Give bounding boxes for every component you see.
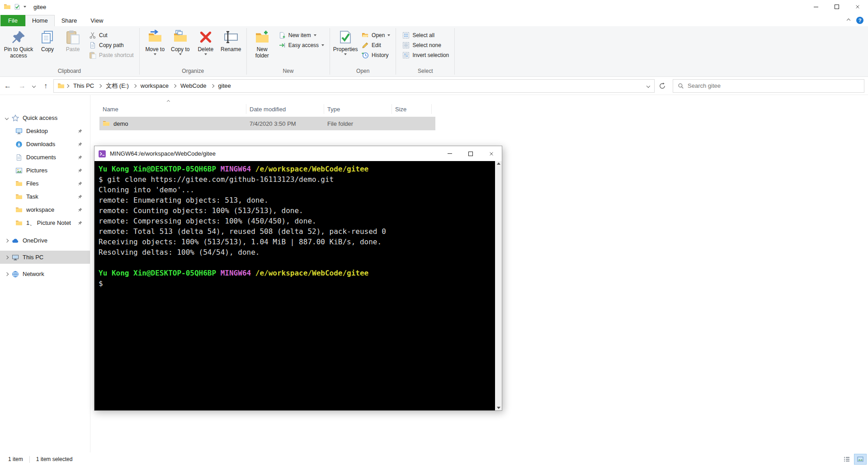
tab-file[interactable]: File <box>0 15 25 26</box>
select-all-button[interactable]: Select all <box>400 30 452 40</box>
copy-button[interactable]: Copy <box>35 28 60 52</box>
sidebar-item-desktop[interactable]: Desktop <box>0 124 90 138</box>
rename-icon <box>224 30 238 44</box>
column-header-type[interactable]: Type <box>324 104 392 114</box>
breadcrumb-gitee[interactable]: gitee <box>215 82 234 89</box>
selection-count: 1 item selected <box>36 456 73 462</box>
git-bash-window[interactable]: MINGW64:/e/workspace/WebCode/gitee Yu Ko… <box>94 146 502 411</box>
ribbon-separator <box>246 28 247 75</box>
sidebar-item-documents[interactable]: Documents <box>0 151 90 164</box>
sidebar-item-workspace[interactable]: workspace <box>0 203 90 216</box>
breadcrumb-drive-e[interactable]: 文档 (E:) <box>103 82 132 90</box>
expander-icon[interactable] <box>5 255 9 259</box>
new-folder-button[interactable]: New folder <box>250 28 275 59</box>
new-item-button[interactable]: New item <box>276 30 327 40</box>
address-toolbar: ← → ↑ This PC 文档 (E:) workspace WebCode … <box>0 77 868 95</box>
address-bar[interactable]: This PC 文档 (E:) workspace WebCode gitee <box>53 79 655 93</box>
paste-shortcut-button[interactable]: Paste shortcut <box>86 50 137 60</box>
back-button[interactable]: ← <box>1 79 14 93</box>
sidebar-item-files[interactable]: Files <box>0 177 90 190</box>
select-none-button[interactable]: Select none <box>400 40 452 50</box>
file-row-demo[interactable]: demo 7/4/2020 3:50 PM File folder <box>99 117 435 130</box>
dropdown-arrow-icon <box>179 53 182 55</box>
history-button[interactable]: History <box>359 50 393 60</box>
close-button[interactable] <box>847 0 868 14</box>
terminal-output[interactable]: Yu Kong Xin@DESKTOP-05QH6BP MINGW64 /e/w… <box>94 161 495 410</box>
ribbon-group-select: Select all Select none Invert selection … <box>396 26 454 76</box>
edit-pencil-icon <box>362 42 369 49</box>
dropdown-arrow-icon <box>314 34 316 36</box>
tab-share[interactable]: Share <box>55 15 84 26</box>
expander-icon[interactable] <box>5 238 9 242</box>
minimize-button[interactable] <box>806 0 826 14</box>
sidebar-item-task[interactable]: Task <box>0 190 90 203</box>
pin-icon <box>11 30 26 44</box>
delete-button[interactable]: Delete <box>193 28 218 55</box>
breadcrumb-this-pc[interactable]: This PC <box>70 82 97 89</box>
pin-icon <box>77 155 83 160</box>
terminal-close-button[interactable] <box>481 146 502 161</box>
sort-ascending-icon <box>167 100 170 103</box>
terminal-maximize-button[interactable] <box>460 146 481 161</box>
breadcrumb-workspace[interactable]: workspace <box>137 82 172 89</box>
ribbon-separator <box>139 28 140 75</box>
recent-locations-dropdown-icon[interactable] <box>30 79 38 93</box>
column-header-size[interactable]: Size <box>392 104 432 114</box>
sidebar-item-this-pc[interactable]: This PC <box>0 251 90 264</box>
invert-selection-button[interactable]: Invert selection <box>400 50 452 60</box>
copy-to-button[interactable]: Copy to <box>168 28 193 55</box>
refresh-button[interactable] <box>656 79 669 93</box>
column-header-name[interactable]: Name <box>99 104 246 114</box>
downloads-icon <box>15 141 23 148</box>
scissors-icon <box>89 32 96 39</box>
forward-button[interactable]: → <box>15 79 29 93</box>
column-header-date-modified[interactable]: Date modified <box>246 104 324 114</box>
git-bash-icon <box>98 150 106 158</box>
quick-access-toolbar-dropdown-icon[interactable] <box>24 6 26 8</box>
sidebar-item-network[interactable]: Network <box>0 267 90 281</box>
folder-icon <box>15 219 23 227</box>
open-button[interactable]: Open <box>359 30 393 40</box>
minimize-icon <box>814 7 818 7</box>
edit-button[interactable]: Edit <box>359 40 393 50</box>
cut-button[interactable]: Cut <box>86 30 137 40</box>
sidebar-item-pictures[interactable]: Pictures <box>0 164 90 177</box>
quick-toolbar-properties-icon[interactable] <box>14 4 20 10</box>
maximize-icon <box>468 152 473 156</box>
sidebar-item-downloads[interactable]: Downloads <box>0 138 90 151</box>
terminal-titlebar[interactable]: MINGW64:/e/workspace/WebCode/gitee <box>94 146 502 161</box>
scroll-down-icon[interactable] <box>497 407 500 409</box>
tab-view[interactable]: View <box>84 15 110 26</box>
breadcrumb-separator-icon <box>66 84 69 87</box>
help-icon[interactable]: ? <box>856 17 863 24</box>
pin-to-quick-access-button[interactable]: Pin to Quick access <box>2 28 35 59</box>
expander-icon[interactable] <box>5 272 9 276</box>
address-dropdown-icon[interactable] <box>642 80 654 92</box>
large-icons-view-button[interactable] <box>854 454 867 465</box>
search-placeholder: Search gitee <box>688 82 721 89</box>
sidebar-item-picture-note[interactable]: 1、 Picture Notet <box>0 216 90 229</box>
search-input[interactable]: Search gitee <box>673 79 864 93</box>
folder-icon <box>15 193 23 200</box>
expander-icon[interactable] <box>5 116 9 119</box>
breadcrumb-webcode[interactable]: WebCode <box>177 82 210 89</box>
scroll-up-icon[interactable] <box>497 162 500 165</box>
terminal-scrollbar[interactable] <box>495 161 502 410</box>
paste-button[interactable]: Paste <box>60 28 85 52</box>
rename-button[interactable]: Rename <box>218 28 244 52</box>
sidebar-item-quick-access[interactable]: Quick access <box>0 111 90 124</box>
copy-path-button[interactable]: Copy path <box>86 40 137 50</box>
move-to-button[interactable]: Move to <box>142 28 168 55</box>
tab-home[interactable]: Home <box>25 15 55 26</box>
collapse-ribbon-icon[interactable] <box>847 19 850 22</box>
up-button[interactable]: ↑ <box>39 79 52 93</box>
ribbon-group-open: Properties Open Edit History Open <box>330 26 395 76</box>
easy-access-button[interactable]: Easy access <box>276 40 327 50</box>
navigation-pane: Quick access Desktop Downloads Documents… <box>0 95 90 452</box>
terminal-minimize-button[interactable] <box>439 146 460 161</box>
ribbon-group-organize: Move to Copy to Delete Rename <box>140 26 246 76</box>
details-view-button[interactable] <box>840 454 853 465</box>
sidebar-item-onedrive[interactable]: OneDrive <box>0 234 90 247</box>
properties-button[interactable]: Properties <box>333 28 358 55</box>
maximize-button[interactable] <box>826 0 847 14</box>
